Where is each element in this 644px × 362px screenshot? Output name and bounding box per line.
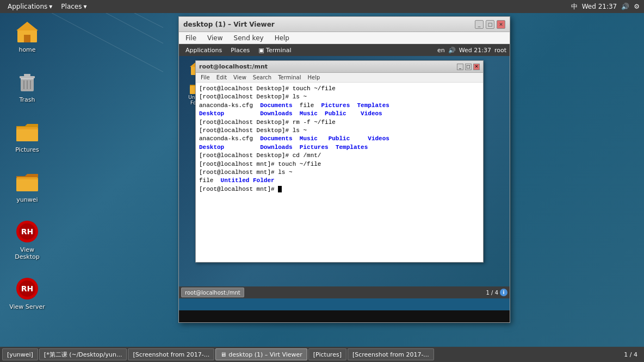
term-line-5: [root@localhost Desktop]# rm -f ~/file bbox=[199, 118, 480, 127]
term-line-10: [root@localhost mnt]# touch ~/file bbox=[199, 160, 480, 168]
places-arrow: ▾ bbox=[84, 3, 87, 10]
terminal-buttons: _ □ ✕ bbox=[457, 64, 480, 70]
terminal-title: root@localhost:/mnt bbox=[199, 63, 268, 70]
trash-icon bbox=[14, 68, 40, 95]
taskbar-item-second-class[interactable]: [*第二课 (~/Desktop/yun... bbox=[39, 348, 127, 360]
desktop-icon-yunwei[interactable]: yunwei bbox=[5, 166, 49, 205]
panel-right: 中 Wed 21:37 🔊 ⚙ bbox=[571, 2, 640, 11]
vm-places-menu[interactable]: Places bbox=[227, 46, 253, 54]
pictures-folder-icon bbox=[14, 118, 40, 145]
vm-task-terminal-label: root@localhost:/mnt bbox=[185, 290, 240, 296]
applications-arrow: ▾ bbox=[49, 3, 52, 10]
taskbar-item-screenshot1[interactable]: [Screenshot from 2017-... bbox=[128, 348, 214, 360]
applications-menu[interactable]: Applications ▾ bbox=[4, 2, 55, 11]
term-line-9: [root@localhost Desktop]# cd /mnt/ bbox=[199, 152, 480, 160]
help-menu[interactable]: Help bbox=[270, 33, 294, 43]
clock: Wed 21:37 bbox=[582, 3, 617, 10]
desktop-icon-trash[interactable]: Trash bbox=[5, 66, 49, 105]
taskbar-item-screenshot2[interactable]: [Screenshot from 2017-... bbox=[348, 348, 434, 360]
svg-rect-12 bbox=[24, 74, 30, 76]
panel-left: Applications ▾ Places ▾ bbox=[4, 2, 90, 11]
vm-user: root bbox=[494, 47, 506, 54]
view-menu[interactable]: View bbox=[203, 33, 227, 43]
taskbar-item-yunwei-label: [yunwei] bbox=[7, 351, 33, 358]
window-controls: _ □ ✕ bbox=[475, 20, 505, 29]
vm-display[interactable]: Applications Places ▣ Terminal en 🔊 Wed … bbox=[179, 44, 510, 310]
volume-icon[interactable]: 🔊 bbox=[621, 3, 629, 10]
vm-info-icon[interactable]: i bbox=[500, 289, 507, 296]
term-terminal-menu[interactable]: Terminal bbox=[275, 74, 304, 81]
send-key-menu[interactable]: Send key bbox=[230, 33, 268, 43]
places-menu[interactable]: Places ▾ bbox=[58, 2, 90, 11]
term-help-menu[interactable]: Help bbox=[305, 74, 323, 81]
top-panel: Applications ▾ Places ▾ 中 Wed 21:37 🔊 ⚙ bbox=[0, 0, 644, 13]
desktop-icon-pictures[interactable]: Pictures bbox=[5, 116, 49, 155]
vm-panel-right: en 🔊 Wed 21:37 root bbox=[437, 47, 506, 54]
vm-bottom-bar bbox=[179, 310, 510, 322]
vm-taskbar: root@localhost:/mnt 1 / 4 i bbox=[179, 286, 510, 298]
home-icon bbox=[14, 18, 40, 45]
close-button[interactable]: ✕ bbox=[497, 20, 505, 29]
term-search-menu[interactable]: Search bbox=[250, 74, 274, 81]
desktop: Applications ▾ Places ▾ 中 Wed 21:37 🔊 ⚙ bbox=[0, 0, 644, 362]
desktop-icon-view-server[interactable]: RH View Server bbox=[5, 273, 49, 313]
term-line-7: anaconda-ks.cfg Documents Music Public V… bbox=[199, 135, 480, 143]
view-desktop-label: View Desktop bbox=[8, 246, 47, 260]
vm-places-label: Places bbox=[231, 47, 250, 54]
view-server-icon: RH bbox=[14, 276, 40, 302]
term-line-4: Desktop Downloads Music Public Videos bbox=[199, 110, 480, 118]
terminal-window: root@localhost:/mnt _ □ ✕ File Edit View… bbox=[195, 60, 484, 263]
term-view-menu[interactable]: View bbox=[231, 74, 249, 81]
vm-lang: en bbox=[437, 47, 445, 54]
taskbar-item-second-class-label: [*第二课 (~/Desktop/yun... bbox=[44, 351, 122, 359]
desktop-icon-view-desktop[interactable]: RH View Desktop bbox=[5, 216, 49, 263]
taskbar-item-desktop1[interactable]: 🖥 desktop (1) – Virt Viewer bbox=[215, 348, 307, 360]
yunwei-label: yunwei bbox=[16, 196, 38, 203]
taskbar-page: 1 / 4 bbox=[620, 351, 642, 358]
taskbar-screenshot1-label: [Screenshot from 2017-... bbox=[133, 351, 209, 358]
trash-label: Trash bbox=[19, 96, 35, 103]
view-server-label: View Server bbox=[9, 303, 45, 310]
taskbar-desktop1-icon: 🖥 bbox=[220, 351, 226, 358]
term-line-13: [root@localhost mnt]# bbox=[199, 185, 480, 194]
term-line-11: [root@localhost mnt]# ls ~ bbox=[199, 168, 480, 177]
taskbar-screenshot2-label: [Screenshot from 2017-... bbox=[352, 351, 429, 358]
pictures-label: Pictures bbox=[15, 146, 39, 153]
vm-page-text: 1 / 4 bbox=[486, 290, 498, 296]
term-file-menu[interactable]: File bbox=[198, 74, 213, 81]
term-line-8: Desktop Downloads Pictures Templates bbox=[199, 143, 480, 152]
lang-indicator[interactable]: 中 bbox=[571, 2, 578, 11]
svg-text:RH: RH bbox=[21, 227, 34, 236]
term-maximize-btn[interactable]: □ bbox=[465, 64, 472, 70]
terminal-body[interactable]: [root@localhost Desktop]# touch ~/file [… bbox=[196, 83, 483, 262]
minimize-button[interactable]: _ bbox=[475, 20, 484, 29]
system-icon[interactable]: ⚙ bbox=[634, 3, 640, 10]
vm-terminal-menu[interactable]: ▣ Terminal bbox=[255, 46, 294, 54]
term-minimize-btn[interactable]: _ bbox=[457, 64, 463, 70]
svg-rect-18 bbox=[16, 129, 38, 141]
vm-terminal-label: Terminal bbox=[266, 47, 292, 54]
vm-applications-label: Applications bbox=[185, 47, 222, 54]
desktop-icons: home Trash bbox=[5, 16, 49, 313]
svg-marker-7 bbox=[16, 22, 38, 30]
vm-applications-menu[interactable]: Applications bbox=[182, 46, 225, 54]
taskbar-item-yunwei[interactable]: [yunwei] bbox=[2, 348, 38, 360]
view-desktop-icon: RH bbox=[14, 219, 40, 245]
taskbar-item-pictures[interactable]: [Pictures] bbox=[308, 348, 346, 360]
applications-label: Applications bbox=[8, 3, 47, 10]
file-menu[interactable]: File bbox=[181, 33, 201, 43]
term-line-1: [root@localhost Desktop]# touch ~/file bbox=[199, 85, 480, 93]
maximize-button[interactable]: □ bbox=[486, 20, 494, 29]
term-close-btn[interactable]: ✕ bbox=[473, 64, 480, 70]
vm-page-indicator: 1 / 4 i bbox=[486, 289, 507, 296]
term-edit-menu[interactable]: Edit bbox=[214, 74, 230, 81]
yunwei-folder-icon bbox=[14, 168, 40, 195]
taskbar: [yunwei] [*第二课 (~/Desktop/yun... [Screen… bbox=[0, 347, 644, 362]
vm-task-terminal[interactable]: root@localhost:/mnt bbox=[181, 288, 244, 297]
term-line-6: [root@localhost Desktop]# ls ~ bbox=[199, 127, 480, 135]
term-line-12: file Untitled Folder bbox=[199, 177, 480, 185]
desktop-icon-home[interactable]: home bbox=[5, 16, 49, 55]
vm-terminal-icon: ▣ bbox=[258, 47, 264, 54]
vm-desktop: UntitledFolder root@localhost:/mnt _ □ ✕ bbox=[179, 56, 510, 298]
svg-rect-11 bbox=[20, 76, 35, 78]
